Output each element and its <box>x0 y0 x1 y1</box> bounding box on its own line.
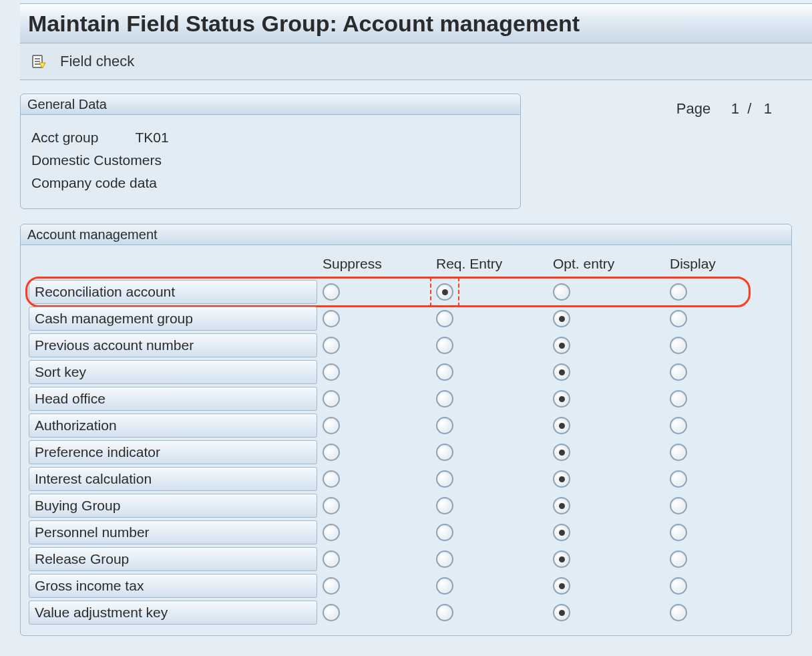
field-row: Head office <box>29 385 783 412</box>
page-indicator: Page 1 / 1 <box>676 94 792 118</box>
radio-cell-display <box>670 470 763 488</box>
columns-header: Suppress Req. Entry Opt. entry Display <box>29 252 783 279</box>
radio-suppress[interactable] <box>323 444 340 461</box>
radio-suppress[interactable] <box>323 524 340 541</box>
radio-display[interactable] <box>670 417 687 434</box>
field-label: Previous account number <box>29 333 317 357</box>
field-label: Preference indicator <box>29 440 317 464</box>
acct-group-description: Domestic Customers <box>31 152 510 168</box>
radio-req_entry[interactable] <box>436 470 453 488</box>
radio-suppress[interactable] <box>323 363 340 381</box>
radio-suppress[interactable] <box>323 310 340 327</box>
radio-req_entry[interactable] <box>436 363 453 381</box>
radio-opt_entry[interactable] <box>553 390 570 407</box>
radio-req_entry[interactable] <box>436 444 453 461</box>
radio-cell-req_entry <box>436 337 553 354</box>
field-row: Gross income tax <box>29 572 783 599</box>
radio-cell-display <box>670 390 763 407</box>
radio-req_entry[interactable] <box>436 337 453 354</box>
radio-req_entry[interactable] <box>436 604 453 621</box>
radio-cell-req_entry <box>436 577 553 595</box>
radio-cell-opt_entry <box>553 337 670 354</box>
field-row: Preference indicator <box>29 439 783 466</box>
page-label: Page <box>676 100 710 118</box>
col-req-entry: Req. Entry <box>436 256 553 272</box>
radio-suppress[interactable] <box>323 283 340 301</box>
field-row: Cash management group <box>29 305 783 332</box>
radio-display[interactable] <box>670 577 687 595</box>
radio-req_entry[interactable] <box>436 310 453 327</box>
radio-opt_entry[interactable] <box>553 524 570 541</box>
radio-suppress[interactable] <box>323 470 340 488</box>
radio-req_entry[interactable] <box>436 283 453 301</box>
radio-req_entry[interactable] <box>436 524 453 541</box>
radio-cell-display <box>670 524 763 541</box>
radio-opt_entry[interactable] <box>553 337 570 354</box>
radio-cell-opt_entry <box>553 390 670 407</box>
radio-cell-display <box>670 363 763 381</box>
field-row: Interest calculation <box>29 466 783 492</box>
radio-suppress[interactable] <box>323 497 340 514</box>
radio-opt_entry[interactable] <box>553 577 570 595</box>
radio-req_entry[interactable] <box>436 550 453 568</box>
radio-req_entry[interactable] <box>436 390 453 407</box>
general-data-header: General Data <box>21 94 520 115</box>
radio-cell-req_entry <box>436 390 553 407</box>
radio-opt_entry[interactable] <box>553 604 570 621</box>
radio-cell-req_entry <box>436 497 553 514</box>
radio-display[interactable] <box>670 337 687 354</box>
radio-cell-opt_entry <box>553 363 670 381</box>
radio-display[interactable] <box>670 604 687 621</box>
radio-display[interactable] <box>670 283 687 301</box>
radio-display[interactable] <box>670 550 687 568</box>
radio-cell-opt_entry <box>553 497 670 514</box>
radio-suppress[interactable] <box>323 417 340 434</box>
field-label: Gross income tax <box>29 574 317 598</box>
radio-suppress[interactable] <box>323 550 340 568</box>
radio-req_entry[interactable] <box>436 577 453 595</box>
radio-req_entry[interactable] <box>436 497 453 514</box>
radio-suppress[interactable] <box>323 604 340 621</box>
radio-display[interactable] <box>670 497 687 514</box>
account-management-panel: Account management Suppress Req. Entry O… <box>20 224 792 636</box>
radio-cell-display <box>670 283 763 301</box>
field-row: Reconciliation account <box>29 279 783 305</box>
radio-opt_entry[interactable] <box>553 283 570 301</box>
radio-display[interactable] <box>670 310 687 327</box>
col-suppress: Suppress <box>323 256 436 272</box>
radio-suppress[interactable] <box>323 337 340 354</box>
radio-cell-req_entry <box>436 310 553 327</box>
radio-cell-req_entry <box>436 524 553 541</box>
radio-display[interactable] <box>670 444 687 461</box>
radio-cell-opt_entry <box>553 524 670 541</box>
radio-suppress[interactable] <box>323 390 340 407</box>
radio-cell-suppress <box>323 337 436 354</box>
radio-cell-suppress <box>323 497 436 514</box>
radio-req_entry[interactable] <box>436 417 453 434</box>
general-data-panel: General Data Acct group TK01 Domestic Cu… <box>20 94 521 209</box>
radio-opt_entry[interactable] <box>553 363 570 381</box>
radio-opt_entry[interactable] <box>553 550 570 568</box>
radio-cell-display <box>670 497 763 514</box>
radio-opt_entry[interactable] <box>553 310 570 327</box>
field-row: Value adjustment key <box>29 599 783 626</box>
field-label: Interest calculation <box>29 467 317 491</box>
col-opt-entry: Opt. entry <box>553 256 670 272</box>
radio-cell-opt_entry <box>553 283 670 301</box>
radio-opt_entry[interactable] <box>553 497 570 514</box>
app-root: Maintain Field Status Group: Account man… <box>0 3 812 656</box>
acct-group-label: Acct group <box>31 130 132 146</box>
radio-opt_entry[interactable] <box>553 444 570 461</box>
radio-display[interactable] <box>670 390 687 407</box>
radio-display[interactable] <box>670 470 687 488</box>
radio-opt_entry[interactable] <box>553 417 570 434</box>
radio-cell-display <box>670 577 763 595</box>
sub-area-label: Company code data <box>31 175 510 191</box>
radio-display[interactable] <box>670 524 687 541</box>
radio-display[interactable] <box>670 363 687 381</box>
radio-suppress[interactable] <box>323 577 340 595</box>
field-label: Sort key <box>29 360 317 384</box>
radio-cell-opt_entry <box>553 577 670 595</box>
radio-opt_entry[interactable] <box>553 470 570 488</box>
field-check-button[interactable] <box>29 52 48 71</box>
